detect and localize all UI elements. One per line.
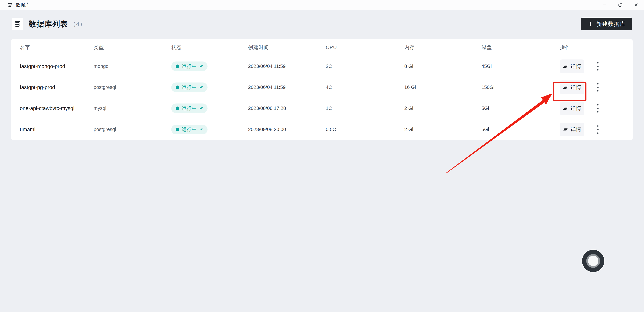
row-menu-button[interactable] [594, 60, 602, 73]
db-name: fastgpt-pg-prod [20, 84, 94, 90]
column-header-cpu: CPU [326, 45, 404, 50]
database-icon [14, 20, 21, 28]
row-menu-button[interactable] [594, 80, 602, 94]
db-cpu: 2C [326, 64, 404, 69]
column-header-memory: 内存 [404, 44, 482, 51]
status-badge: 运行中 [171, 103, 208, 113]
row-menu-button[interactable] [594, 123, 602, 136]
detail-button[interactable]: 详情 [560, 123, 584, 136]
status-label: 运行中 [182, 63, 197, 70]
window-titlebar: 数据库 [0, 0, 644, 10]
detail-button-label: 详情 [570, 105, 581, 112]
detail-list-icon [563, 127, 568, 132]
detail-list-icon [563, 106, 568, 111]
db-cpu: 1C [326, 105, 404, 111]
app-window: 数据库 数 [0, 0, 644, 312]
db-disk: 150Gi [482, 85, 560, 90]
detail-button[interactable]: 详情 [560, 101, 584, 115]
status-dot-icon [176, 86, 179, 89]
db-name: one-api-ctawbvtc-mysql [20, 105, 94, 111]
new-database-button[interactable]: 新建数据库 [581, 18, 632, 30]
db-created-time: 2023/06/04 11:59 [248, 64, 326, 69]
db-type: postgresql [94, 127, 171, 132]
column-header-actions: 操作 [560, 44, 633, 51]
db-cpu: 0.5C [326, 127, 404, 132]
db-memory: 16 Gi [404, 85, 482, 90]
table-row[interactable]: fastgpt-mongo-prod mongo 运行中 2023/06/04 … [11, 56, 633, 77]
status-badge: 运行中 [171, 82, 208, 92]
status-dot-icon [176, 128, 179, 131]
window-controls [597, 0, 644, 10]
status-badge: 运行中 [171, 62, 208, 71]
db-cpu: 4C [326, 85, 404, 90]
db-disk: 45Gi [482, 64, 560, 69]
db-name: fastgpt-mongo-prod [20, 63, 94, 69]
database-table: 名字 类型 状态 创建时间 CPU 内存 磁盘 操作 fastgpt-mongo… [11, 39, 633, 140]
pod-corner-icon [199, 64, 203, 68]
db-memory: 8 Gi [404, 64, 482, 69]
status-dot-icon [176, 106, 179, 110]
database-count: （4） [70, 20, 86, 28]
app-icon-tile [12, 18, 23, 30]
close-button[interactable] [628, 0, 644, 10]
pod-corner-icon [199, 85, 203, 89]
pod-corner-icon [199, 127, 203, 131]
db-memory: 2 Gi [404, 127, 482, 132]
column-header-disk: 磁盘 [482, 44, 560, 51]
detail-button-highlighted[interactable]: 详情 [560, 80, 584, 94]
db-type: mongo [94, 64, 171, 69]
table-row[interactable]: umami postgresql 运行中 2023/09/08 20:00 0.… [11, 119, 633, 140]
pod-corner-icon [199, 106, 203, 110]
table-header-row: 名字 类型 状态 创建时间 CPU 内存 磁盘 操作 [11, 39, 633, 56]
column-header-status: 状态 [171, 44, 248, 51]
db-type: mysql [94, 105, 171, 111]
table-row[interactable]: one-api-ctawbvtc-mysql mysql 运行中 2023/08… [11, 98, 633, 119]
column-header-type: 类型 [94, 44, 171, 51]
table-row[interactable]: fastgpt-pg-prod postgresql 运行中 2023/06/0… [11, 77, 633, 98]
detail-list-icon [563, 64, 568, 69]
status-label: 运行中 [182, 84, 197, 91]
db-created-time: 2023/06/04 11:59 [248, 85, 326, 90]
db-memory: 2 Gi [404, 105, 482, 111]
detail-button-label: 详情 [570, 63, 581, 70]
detail-button-label: 详情 [570, 126, 581, 133]
cursor-indicator [582, 250, 604, 272]
restore-button[interactable] [612, 0, 628, 10]
row-menu-button[interactable] [594, 101, 602, 115]
column-header-created: 创建时间 [248, 44, 326, 51]
database-icon [8, 2, 12, 8]
detail-list-icon [563, 85, 568, 90]
minimize-button[interactable] [597, 0, 612, 10]
db-created-time: 2023/08/08 17:28 [248, 105, 326, 111]
db-disk: 5Gi [482, 105, 560, 111]
status-label: 运行中 [182, 126, 197, 133]
plus-icon [588, 21, 593, 27]
status-badge: 运行中 [171, 125, 208, 134]
page-header: 数据库列表 （4） [12, 18, 86, 30]
column-header-name: 名字 [20, 44, 94, 51]
db-disk: 5Gi [482, 127, 560, 132]
status-label: 运行中 [182, 105, 197, 112]
page-title: 数据库列表 [29, 19, 68, 29]
detail-button[interactable]: 详情 [560, 60, 584, 73]
db-created-time: 2023/09/08 20:00 [248, 127, 326, 132]
db-type: postgresql [94, 85, 171, 90]
new-database-button-label: 新建数据库 [596, 20, 626, 28]
detail-button-label: 详情 [570, 84, 581, 91]
status-dot-icon [176, 65, 179, 68]
db-name: umami [20, 126, 94, 132]
window-title: 数据库 [16, 2, 30, 8]
